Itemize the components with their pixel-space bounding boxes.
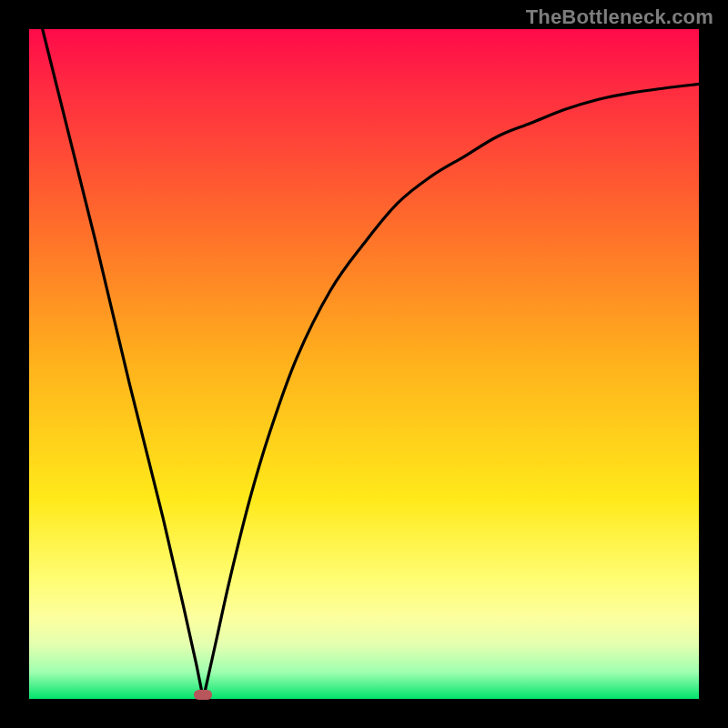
source-watermark: TheBottleneck.com	[526, 5, 713, 29]
chart-frame: TheBottleneck.com	[0, 0, 728, 728]
bottleneck-curve	[29, 29, 699, 699]
plot-area	[29, 29, 699, 699]
optimal-point-marker	[194, 690, 212, 700]
